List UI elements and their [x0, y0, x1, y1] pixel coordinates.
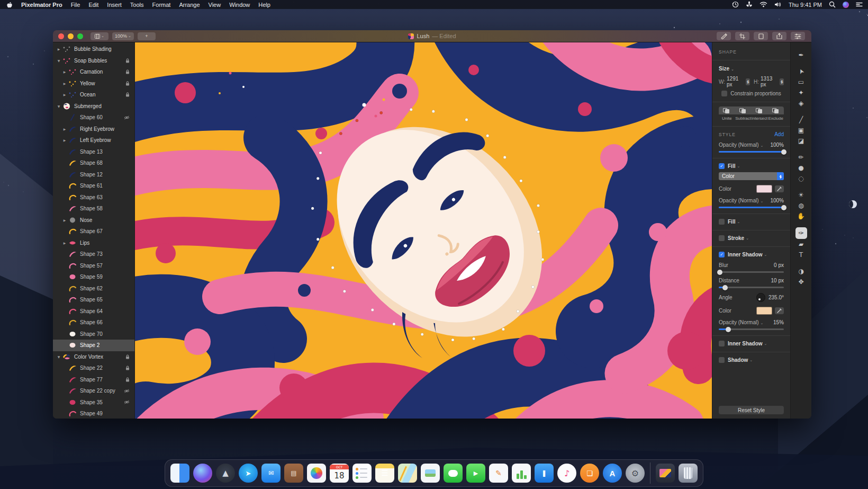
dock-keynote-icon[interactable]: ❚: [535, 464, 554, 483]
layer-row-shape-77[interactable]: Shape 77: [53, 374, 134, 386]
arrange-tool[interactable]: ✥: [795, 277, 807, 287]
disclosure-triangle[interactable]: ▶: [62, 138, 67, 142]
inner-shadow-checkbox[interactable]: [719, 252, 725, 257]
eyedropper-button[interactable]: [775, 185, 784, 192]
fill-checkbox[interactable]: [719, 163, 725, 169]
layer-row-shape-66[interactable]: Shape 66: [53, 317, 134, 328]
layer-row-shape-2[interactable]: Shape 2: [53, 340, 134, 351]
inner-shadow2-label[interactable]: Inner Shadow: [728, 341, 763, 346]
dock-launchpad-icon[interactable]: ▲: [216, 464, 235, 483]
dock-maps-icon[interactable]: [398, 464, 417, 483]
width-value[interactable]: 1291 px: [727, 76, 744, 87]
intersect-button[interactable]: Intersect: [752, 106, 768, 121]
disclosure-triangle[interactable]: ▶: [62, 93, 67, 96]
dock-books-icon[interactable]: ❏: [580, 464, 599, 483]
shape-tool[interactable]: ▰: [795, 239, 807, 250]
siri-icon[interactable]: [843, 2, 849, 8]
notification-center-icon[interactable]: [856, 2, 863, 7]
lock-icon[interactable]: [125, 58, 130, 63]
lock-icon[interactable]: [125, 354, 130, 359]
warp-tool[interactable]: ✋: [795, 211, 807, 221]
layer-row-left-eyebrow[interactable]: ▶Left Eyebrow: [53, 135, 134, 146]
fill2-label[interactable]: Fill: [728, 219, 735, 225]
exclude-button[interactable]: Exclude: [767, 106, 784, 121]
layer-row-submerged[interactable]: ▼Submerged: [53, 101, 134, 112]
unite-button[interactable]: Unite: [719, 106, 735, 121]
disclosure-triangle[interactable]: ▼: [56, 355, 61, 359]
dock-calendar-icon[interactable]: OCT18: [330, 464, 349, 483]
adjust-tool[interactable]: ☀: [795, 190, 807, 200]
lock-icon[interactable]: [125, 377, 130, 382]
crop-button[interactable]: [735, 32, 749, 40]
distance-slider[interactable]: [719, 287, 784, 288]
dock-siri-icon[interactable]: [193, 464, 212, 483]
apple-menu[interactable]: [6, 1, 13, 8]
wifi-icon[interactable]: [760, 2, 767, 7]
fill-type-dropdown[interactable]: Color ▲▼: [719, 172, 784, 180]
volume-icon[interactable]: [774, 2, 782, 7]
dock-photos-icon[interactable]: [307, 464, 326, 483]
inner-shadow-color-swatch[interactable]: [756, 307, 772, 315]
quill-tool[interactable]: ✒: [795, 50, 807, 60]
fill2-checkbox[interactable]: [719, 219, 725, 225]
pencil-tool[interactable]: ✏: [795, 152, 807, 163]
width-stepper[interactable]: ▲▼: [746, 78, 750, 85]
disclosure-triangle[interactable]: ▶: [62, 241, 67, 245]
lock-icon[interactable]: [125, 366, 130, 370]
shadow-label[interactable]: Shadow: [728, 357, 748, 363]
fan-icon[interactable]: [746, 1, 753, 8]
angle-value[interactable]: 235.0°: [768, 295, 784, 300]
fill-label[interactable]: Fill: [728, 163, 735, 169]
zoom-level-button[interactable]: 100% ⌄: [112, 32, 134, 40]
blur-tool[interactable]: ◌: [795, 173, 807, 184]
layer-row-shape-22-copy[interactable]: Shape 22 copy: [53, 385, 134, 397]
menu-arrange[interactable]: Arrange: [179, 2, 200, 8]
disclosure-triangle[interactable]: ▶: [62, 82, 67, 85]
quick-select-tool[interactable]: ✦: [795, 87, 807, 98]
dock-contacts-icon[interactable]: ▤: [284, 464, 303, 483]
style-opacity-label[interactable]: Opacity (Normal)⌄: [719, 142, 763, 148]
menu-edit[interactable]: Edit: [88, 2, 98, 8]
rect-select-tool[interactable]: ▭: [795, 77, 807, 87]
canvas[interactable]: [135, 42, 712, 419]
menu-view[interactable]: View: [209, 2, 221, 8]
dock-trash-icon[interactable]: [679, 464, 698, 483]
layer-row-color-vortex[interactable]: ▼Color Vortex: [53, 351, 134, 363]
vector-pen-tool[interactable]: ✑: [795, 227, 807, 239]
dock-mail-icon[interactable]: ✉: [261, 464, 281, 483]
layout-view-button[interactable]: ⌄: [91, 32, 108, 40]
layer-row-shape-65[interactable]: Shape 65: [53, 294, 134, 306]
layer-row-shape-57[interactable]: Shape 57: [53, 260, 134, 272]
zoom-button[interactable]: [77, 33, 83, 39]
disclosure-triangle[interactable]: ▶: [62, 70, 67, 74]
annotate-button[interactable]: [717, 32, 731, 40]
dock-system-preferences-icon[interactable]: ⚙: [626, 464, 645, 483]
disclosure-triangle[interactable]: ▶: [56, 47, 61, 51]
layer-row-shape-64[interactable]: Shape 64: [53, 306, 134, 317]
menu-file[interactable]: File: [71, 2, 80, 8]
inner-shadow-opacity-slider[interactable]: [719, 328, 784, 330]
dock-facetime-icon[interactable]: ▶: [466, 464, 485, 483]
text-tool[interactable]: T: [795, 250, 807, 260]
layer-row-ocean[interactable]: ▶Ocean: [53, 89, 134, 101]
title-bar[interactable]: ⌄ 100% ⌄ + Lush — Edited: [53, 30, 811, 42]
inner-shadow2-checkbox[interactable]: [719, 341, 725, 346]
layer-row-bubble-shading[interactable]: ▶Bubble Shading: [53, 43, 134, 55]
layer-row-shape-61[interactable]: Shape 61: [53, 180, 134, 192]
dock-pages-icon[interactable]: ✎: [489, 464, 508, 483]
dock-finder-icon[interactable]: [170, 464, 189, 483]
layer-row-shape-73[interactable]: Shape 73: [53, 248, 134, 260]
disclosure-triangle[interactable]: ▼: [56, 59, 61, 63]
menu-format[interactable]: Format: [152, 2, 171, 8]
color-fill-tool[interactable]: ◑: [795, 266, 807, 277]
angle-knob[interactable]: [756, 293, 765, 302]
layer-row-shape-70[interactable]: Shape 70: [53, 328, 134, 340]
layer-row-shape-58[interactable]: Shape 58: [53, 203, 134, 215]
fill-opacity-label[interactable]: Opacity (Normal)⌄: [719, 198, 763, 203]
disclosure-triangle[interactable]: ▶: [62, 218, 67, 222]
share-button[interactable]: [772, 32, 786, 40]
stroke-label[interactable]: Stroke: [728, 235, 744, 241]
layer-row-right-eyebrow[interactable]: ▶Right Eyebrow: [53, 123, 134, 135]
lock-icon[interactable]: [125, 81, 130, 86]
menu-clock[interactable]: Thu 9:41 PM: [789, 2, 822, 8]
